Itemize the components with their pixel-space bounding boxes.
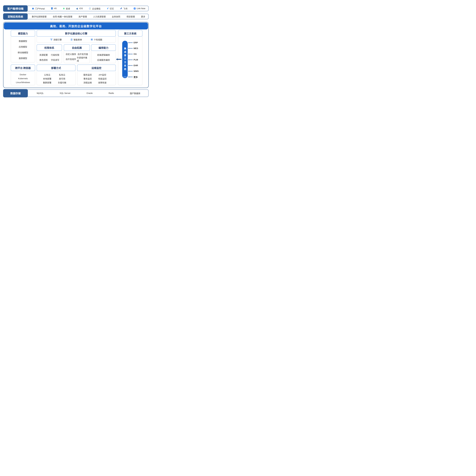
wechat-work-icon (89, 7, 91, 10)
platform-banner-title: 高效、易用、开放的企业级数字化平台 (4, 23, 148, 29)
deployment-title: 部署方式 (37, 65, 75, 71)
third-party-system-label: ERP (134, 41, 138, 44)
section-orchestration: 编排能力 前端逻辑编排 后端服务编排 (91, 44, 116, 63)
database-item: MySQL (37, 92, 44, 94)
client-item-android: 安卓 (63, 7, 70, 10)
orchestration-title: 编排能力 (91, 44, 116, 51)
ops-item: 服务监控 (83, 73, 92, 76)
client-item-label: 安卓 (66, 7, 70, 10)
free-extension-title: 自由拓展 (64, 44, 90, 51)
custom-apps-row: 数字化采购管理 合同-档案一体化管理 资产管理 人力资源管理 业务协同 项目管理… (10, 14, 149, 19)
client-item-linknow: Link Now (134, 7, 145, 10)
left-arrow-icon (128, 53, 133, 55)
client-item-label: 飞书 (123, 7, 127, 10)
free-extension-item: 自定义服务 (66, 52, 76, 55)
orchestration-item: 前端逻辑编排 (97, 53, 110, 56)
permission-item: 字段读写 (51, 58, 59, 61)
third-party-title: 第三方系统 (118, 30, 142, 36)
app-item: 项目管理 (126, 15, 135, 18)
app-item: 业务协同 (112, 15, 120, 18)
app-item: 数字化采购管理 (32, 15, 47, 18)
third-party-system-label: PLM (134, 59, 138, 61)
section-free-extension: 自由拓展 自定义服务 自开发页面 自开发组件 外部插件集成 (64, 44, 90, 63)
platform-container: 高效、易用、开放的企业级数字化平台 模型能力 数据模型 应用模型 移动端模型 报… (3, 22, 149, 88)
third-party-system-label: WMS (134, 70, 139, 72)
client-item-label: H5 (54, 7, 57, 10)
model-capability-title: 模型能力 (11, 30, 35, 36)
third-party-system-label: EHR (134, 64, 138, 67)
core-feature-label: 流程引擎 (53, 38, 62, 41)
svg-text:5: 5 (51, 8, 52, 9)
left-arrow-icon (128, 65, 133, 66)
deployment-item: 负载均衡 (58, 81, 66, 84)
third-party-system-row: OA (128, 52, 142, 56)
client-item-feishu: 飞书 (120, 7, 127, 10)
flow-icon (50, 38, 52, 41)
left-arrow-icon (128, 59, 133, 61)
cross-platform-item: Linux/Windows (16, 81, 30, 84)
permission-title: 权限体系 (37, 44, 62, 51)
model-item: 报表模型 (11, 55, 35, 61)
app-item: 合同-档案一体化管理 (53, 15, 72, 18)
database-item: Redis (108, 92, 114, 94)
dingtalk-icon (106, 7, 109, 10)
client-item-label: Link Now (137, 7, 145, 10)
app-item: 资产管理 (78, 15, 87, 18)
section-permission: 权限体系 资源配置 行级权限 角色授权 字段读写 (37, 44, 62, 63)
section-cross-platform: 跨平台 跨容器 Docker Kubernets Linux/Windows (11, 65, 35, 85)
integration-arrow-icon (116, 58, 121, 60)
deployment-item: 高可用 (59, 77, 65, 80)
third-party-system-label: MES (134, 47, 138, 50)
ops-item: 故障恢复 (98, 81, 107, 84)
database-item: 国产数据库 (130, 92, 140, 95)
model-item: 移动端模型 (11, 50, 35, 55)
free-extension-item: 外部插件集成 (77, 56, 89, 62)
app-item-more: 更多 (141, 15, 145, 18)
database-item: Oracle (86, 92, 93, 94)
client-item-label: iOS (79, 7, 83, 10)
client-item-h5: 5 H5 (51, 7, 57, 10)
deployment-item: 集群部署 (43, 81, 51, 84)
third-party-system-row: EHR (128, 64, 142, 68)
client-item-wechat-work: 企业微信 (89, 7, 101, 10)
core-feature-label: 智能表单 (74, 38, 82, 41)
linknow-icon (134, 7, 136, 10)
client-item-dingtalk: 钉钉 (106, 7, 114, 10)
data-storage-label: 数据存储 (3, 89, 28, 97)
section-ops-monitoring: 运维监控 服务监控 API监控 事务监控 性能监控 流程运维 故障恢复 (77, 65, 116, 85)
app-item: 人力资源管理 (93, 15, 106, 18)
client-item-portal: 门户Portal (32, 7, 45, 10)
third-party-system-row: WMS (128, 69, 142, 73)
model-item: 数据模型 (11, 38, 35, 44)
integrate-third-party-pill: 集成第三方系统 (122, 41, 128, 78)
free-extension-item: 自开发页面 (78, 52, 88, 55)
section-core-engine: 数字化建设核心引擎 流程引擎 智能表单 个性视图 (37, 30, 116, 43)
left-arrow-icon (128, 42, 133, 43)
permission-item: 角色授权 (39, 58, 48, 61)
form-icon (70, 38, 73, 41)
ops-item: 流程运维 (83, 81, 92, 84)
core-feature-flow: 流程引擎 (50, 38, 62, 41)
orchestration-item: 后端服务编排 (97, 58, 110, 61)
third-party-system-label: OA (134, 53, 137, 55)
ops-item: API监控 (99, 73, 106, 76)
integrate-third-party-pill-text: 集成第三方系统 (123, 47, 127, 71)
ops-monitoring-title: 运维监控 (77, 65, 116, 71)
permission-item: 资源配置 (39, 53, 48, 56)
third-party-system-row: ERP (128, 41, 142, 45)
left-arrow-icon (128, 48, 133, 49)
left-arrow-icon (128, 76, 133, 78)
architecture-diagram: 客户端/移动端 门户Portal 5 H5 安卓 iOS 企业微信 钉钉 飞书 (0, 0, 152, 104)
model-item: 应用模型 (11, 44, 35, 50)
third-party-system-label: 更多 (134, 75, 138, 78)
left-arrow-icon (128, 70, 133, 72)
cross-platform-item: Docker (20, 73, 26, 76)
cross-platform-title: 跨平台 跨容器 (11, 65, 35, 71)
third-party-system-row: PLM (128, 58, 142, 62)
core-feature-view: 个性视图 (91, 38, 102, 41)
custom-apps-row-label: 定制应用系统 (3, 13, 28, 20)
core-feature-form: 智能表单 (70, 38, 82, 41)
html5-icon: 5 (51, 7, 53, 10)
third-party-system-row: 更多 (128, 75, 142, 79)
ops-item: 性能监控 (98, 77, 107, 80)
